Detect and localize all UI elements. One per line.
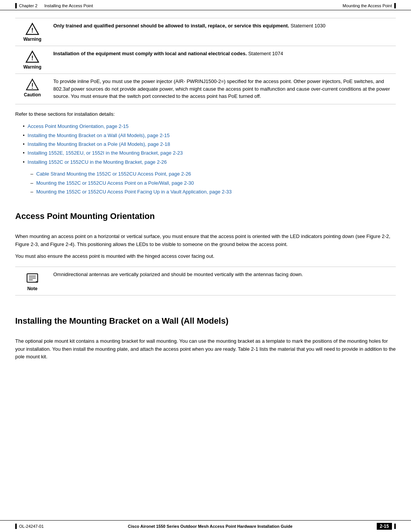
header-right: Mounting the Access Point [342, 3, 396, 8]
page-footer: OL-24247-01 Cisco Aironet 1550 Series Ou… [0, 520, 411, 532]
note-content: Omnidirectional antennas are vertically … [49, 271, 396, 278]
footer-bar-left [15, 524, 17, 529]
figure-2-2-link[interactable]: Figure 2-2 [366, 233, 389, 239]
caution-content: To provide inline PoE, you must use the … [49, 78, 396, 100]
sub-link-text-1[interactable]: Cable Strand Mounting the 1552C or 1552C… [36, 169, 191, 178]
sub-list-item[interactable]: Mounting the 1552C or 1552CU Access Poin… [30, 179, 396, 187]
link-text-4[interactable]: Installing 1552E, 1552EU, or 1552I in th… [28, 149, 183, 157]
figure-2-4-link[interactable]: Figure 2-4 [50, 241, 73, 247]
section1-heading: Access Point Mounting Orientation [15, 211, 396, 221]
intro-text: Refer to these sections for installation… [15, 110, 396, 118]
header-left: Chapter 2 Installing the Access Point [15, 3, 93, 8]
footer-page-number: 2-15 [377, 523, 392, 530]
caution-block: Caution To provide inline PoE, you must … [15, 74, 396, 104]
warning-normal-text-2: Statement 1074 [247, 51, 283, 56]
sub-link-text-2[interactable]: Mounting the 1552C or 1552CU Access Poin… [36, 179, 194, 187]
note-label: Note [27, 286, 38, 291]
page-header: Chapter 2 Installing the Access Point Mo… [0, 0, 411, 10]
footer-right: 2-15 [377, 523, 396, 530]
section1-body: When mounting an access point on a horiz… [15, 227, 396, 305]
caution-text: To provide inline PoE, you must use the … [53, 78, 390, 99]
note-block: Note Omnidirectional antennas are vertic… [15, 267, 396, 296]
caution-icon-col: Caution [15, 78, 49, 97]
header-chapter-title: Installing the Access Point [44, 3, 93, 8]
warning-bold-text-1: Only trained and qualified personnel sho… [53, 23, 289, 29]
footer-doc-number: OL-24247-01 [19, 524, 44, 529]
sub-list-item[interactable]: Mounting the 1552C or 1552CU Access Poin… [30, 187, 396, 196]
warning-normal-text-1: Statement 1030 [289, 23, 325, 29]
warning-content-2: Installation of the equipment must compl… [49, 50, 396, 58]
sub-link-list: Cable Strand Mounting the 1552C or 1552C… [15, 169, 396, 196]
note-icon-col: Note [15, 271, 49, 291]
note-text: Omnidirectional antennas are vertically … [53, 272, 303, 277]
link-list: Access Point Mounting Orientation, page … [15, 122, 396, 166]
link-text-2[interactable]: Installing the Mounting Bracket on a Wal… [28, 131, 170, 140]
section1-para2: You must also ensure the access point is… [15, 252, 396, 260]
warning-icon-col-2: ! Warning [15, 50, 49, 70]
header-right-title: Mounting the Access Point [342, 3, 392, 8]
footer-title: Cisco Aironet 1550 Series Outdoor Mesh A… [128, 524, 293, 529]
section2-para1: The optional pole mount kit contains a m… [15, 337, 396, 361]
section2-body: The optional pole mount kit contains a m… [15, 331, 396, 369]
footer-left: OL-24247-01 [15, 524, 44, 529]
header-bar-right [394, 3, 396, 8]
warning-bold-text-2: Installation of the equipment must compl… [53, 51, 247, 56]
warning-label-2: Warning [23, 64, 41, 70]
warning-block-1: ! Warning Only trained and qualified per… [15, 18, 396, 46]
footer-bar-right [394, 524, 396, 529]
intro-section: Refer to these sections for installation… [15, 104, 396, 201]
note-pencil-icon [25, 271, 40, 285]
svg-point-6 [32, 88, 33, 89]
warning-triangle-icon-2: ! [25, 50, 39, 64]
header-bar-left [15, 3, 17, 8]
section2-heading: Installing the Mounting Bracket on a Wal… [15, 316, 396, 326]
table-2-1-link[interactable]: Table 2-1 [238, 346, 258, 352]
link-text-3[interactable]: Installing the Mounting Bracket on a Pol… [28, 140, 170, 149]
link-text-1[interactable]: Access Point Mounting Orientation, page … [28, 122, 129, 131]
section1-para1: When mounting an access point on a horiz… [15, 233, 396, 249]
figure-2-3-link[interactable]: Figure 2-3 [15, 241, 38, 247]
svg-text:!: ! [31, 54, 33, 61]
sub-list-item[interactable]: Cable Strand Mounting the 1552C or 1552C… [30, 169, 396, 178]
svg-text:!: ! [31, 27, 33, 34]
warning-block-2: ! Warning Installation of the equipment … [15, 46, 396, 74]
caution-label: Caution [24, 92, 41, 97]
list-item[interactable]: Access Point Mounting Orientation, page … [23, 122, 396, 131]
list-item[interactable]: Installing 1552C or 1552CU in the Mounti… [23, 158, 396, 166]
list-item[interactable]: Installing the Mounting Bracket on a Wal… [23, 131, 396, 140]
footer-center: Cisco Aironet 1550 Series Outdoor Mesh A… [128, 524, 293, 529]
header-chapter: Chapter 2 [19, 3, 37, 8]
caution-triangle-icon [25, 78, 39, 91]
list-item[interactable]: Installing the Mounting Bracket on a Pol… [23, 140, 396, 149]
warning-label-1: Warning [23, 37, 41, 42]
warning-triangle-icon-1: ! [25, 22, 39, 36]
main-content: ! Warning Only trained and qualified per… [0, 10, 411, 391]
link-text-5[interactable]: Installing 1552C or 1552CU in the Mounti… [28, 158, 167, 166]
sub-link-text-3[interactable]: Mounting the 1552C or 1552CU Access Poin… [36, 187, 232, 196]
warning-content-1: Only trained and qualified personnel sho… [49, 22, 396, 30]
warning-icon-col-1: ! Warning [15, 22, 49, 42]
list-item[interactable]: Installing 1552E, 1552EU, or 1552I in th… [23, 149, 396, 157]
